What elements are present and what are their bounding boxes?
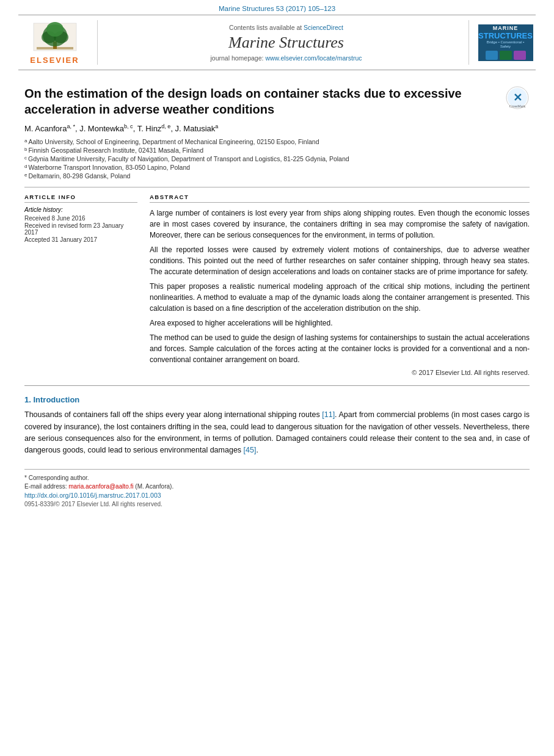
crossmark-icon[interactable]: ✕ CrossMark — [505, 85, 530, 110]
email-footnote: E-mail address: maria.acanfora@aalto.fi … — [24, 483, 530, 490]
abstract-para-2: All the reported losses were caused by e… — [150, 244, 530, 277]
main-content: On the estimation of the design loads on… — [0, 70, 554, 520]
matusiak-sup: a — [215, 123, 218, 129]
ref-45[interactable]: [45] — [244, 446, 257, 454]
elsevier-logo: ELSEVIER — [18, 20, 98, 65]
email-label: E-mail address: — [24, 483, 67, 490]
divider-2 — [24, 385, 530, 386]
article-info-title: ARTICLE INFO — [24, 194, 137, 203]
abstract-para-4: Area exposed to higher accelerations wil… — [150, 318, 530, 329]
acanfora-sup: a, * — [67, 123, 75, 129]
affiliations-block: a Aalto University, School of Engineerin… — [24, 138, 530, 180]
article-title-section: On the estimation of the design loads on… — [24, 85, 530, 117]
svg-point-5 — [46, 22, 64, 37]
elsevier-tree-icon — [31, 20, 79, 54]
authors-line: M. Acanforaa, *, J. Montewkab, c, T. Hin… — [24, 123, 530, 133]
marine-logo-box: MARINE STRUCTURES Bridge • Conventional … — [478, 24, 533, 61]
divider-1 — [24, 187, 530, 187]
author-acanfora: M. Acanfora — [24, 124, 67, 133]
article-accepted: Accepted 31 January 2017 — [24, 236, 137, 243]
affiliation-b: b Finnish Geospatial Research Institute,… — [24, 147, 530, 154]
doi-line[interactable]: http://dx.doi.org/10.1016/j.marstruc.201… — [24, 492, 530, 499]
email-suffix: (M. Acanfora). — [135, 483, 173, 490]
svg-text:✕: ✕ — [513, 92, 522, 104]
homepage-link[interactable]: www.elsevier.com/locate/marstruc — [265, 54, 362, 62]
marine-logo-main-text: STRUCTURES — [478, 31, 533, 40]
journal-title: Marine Structures — [228, 34, 344, 52]
info-abstract-section: ARTICLE INFO Article history: Received 8… — [24, 194, 530, 376]
affiliation-e: e Deltamarin, 80-298 Gdansk, Poland — [24, 172, 530, 180]
journal-header: ELSEVIER Contents lists available at Sci… — [18, 15, 536, 70]
svg-text:CrossMark: CrossMark — [509, 104, 526, 108]
introduction-section: 1. Introduction Thousands of containers … — [24, 395, 530, 457]
montewka-sup: b, c — [124, 123, 133, 129]
homepage-line: journal homepage: www.elsevier.com/locat… — [210, 54, 362, 62]
abstract-para-5: The method can be used to guide the desi… — [150, 332, 530, 365]
contents-available-line: Contents lists available at ScienceDirec… — [229, 24, 343, 31]
introduction-paragraph: Thousands of containers fall off the shi… — [24, 409, 530, 457]
contents-label: Contents lists available at — [229, 24, 302, 31]
abstract-para-1: A large number of containers is lost eve… — [150, 208, 530, 241]
article-revised: Received in revised form 23 January 2017 — [24, 222, 137, 236]
abstract-para-3: This paper proposes a realistic numerica… — [150, 281, 530, 314]
corresponding-author-note: * Corresponding author. — [24, 474, 530, 481]
affiliation-d: d Waterborne Transport Innovation, 83-05… — [24, 164, 530, 171]
journal-center: Contents lists available at ScienceDirec… — [104, 20, 468, 65]
page: Marine Structures 53 (2017) 105–123 ELSE… — [0, 0, 554, 756]
sciencedirect-link[interactable]: ScienceDirect — [304, 24, 343, 31]
abstract-copyright: © 2017 Elsevier Ltd. All rights reserved… — [150, 369, 530, 376]
author-matusiak: J. Matusiak — [175, 124, 216, 133]
introduction-title: 1. Introduction — [24, 395, 530, 404]
journal-reference-text: Marine Structures 53 (2017) 105–123 — [219, 5, 335, 12]
abstract-section: ABSTRACT A large number of containers is… — [150, 194, 530, 376]
marine-logo-top-text: MARINE — [493, 25, 519, 31]
article-info-column: ARTICLE INFO Article history: Received 8… — [24, 194, 137, 376]
elsevier-brand-text: ELSEVIER — [30, 56, 79, 65]
homepage-label: journal homepage: — [210, 54, 263, 62]
hinz-sup: d, e — [161, 123, 170, 129]
copyright-footer: 0951-8339/© 2017 Elsevier Ltd. All right… — [24, 501, 530, 507]
email-link[interactable]: maria.acanfora@aalto.fi — [68, 483, 133, 490]
svg-rect-6 — [37, 47, 73, 49]
article-history-title: Article history: — [24, 206, 137, 213]
affiliation-c: c Gdynia Maritime University, Faculty of… — [24, 155, 530, 162]
marine-structures-logo: MARINE STRUCTURES Bridge • Conventional … — [468, 20, 536, 65]
footer-section: * Corresponding author. E-mail address: … — [24, 469, 530, 507]
article-title: On the estimation of the design loads on… — [24, 85, 496, 117]
affiliation-a: a Aalto University, School of Engineerin… — [24, 138, 530, 145]
abstract-title: ABSTRACT — [150, 194, 530, 203]
ref-11[interactable]: [11] — [322, 410, 335, 419]
article-received: Received 8 June 2016 — [24, 215, 137, 222]
author-hinz: T. Hinz — [137, 124, 162, 133]
marine-logo-sub-text: Bridge • Conventional • Safety — [481, 40, 530, 49]
journal-reference-bar: Marine Structures 53 (2017) 105–123 — [0, 0, 554, 15]
author-montewka: J. Montewka — [79, 124, 124, 133]
